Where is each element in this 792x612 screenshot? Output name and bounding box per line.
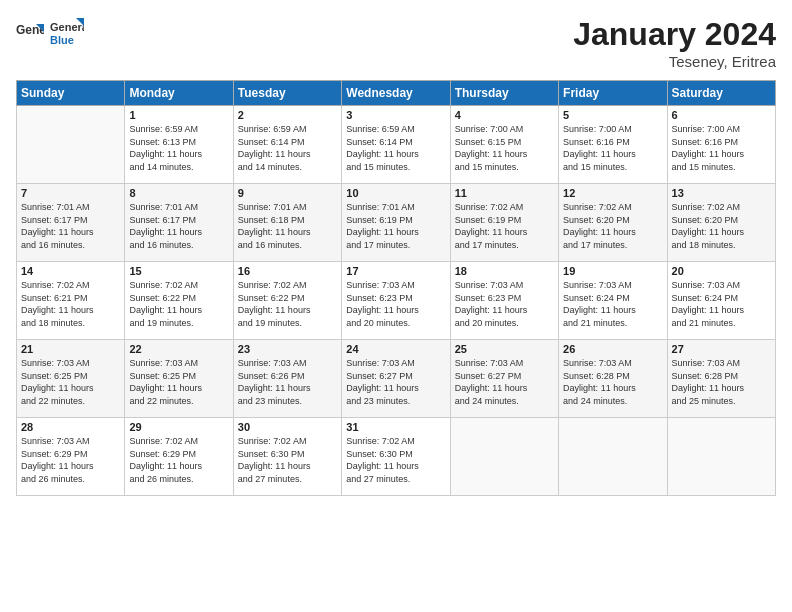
col-thursday: Thursday bbox=[450, 81, 558, 106]
calendar-title: January 2024 bbox=[573, 16, 776, 53]
col-sunday: Sunday bbox=[17, 81, 125, 106]
calendar-cell: 8Sunrise: 7:01 AMSunset: 6:17 PMDaylight… bbox=[125, 184, 233, 262]
calendar-cell: 5Sunrise: 7:00 AMSunset: 6:16 PMDaylight… bbox=[559, 106, 667, 184]
calendar-cell: 17Sunrise: 7:03 AMSunset: 6:23 PMDayligh… bbox=[342, 262, 450, 340]
day-info: Sunrise: 7:02 AMSunset: 6:30 PMDaylight:… bbox=[238, 435, 337, 485]
day-number: 17 bbox=[346, 265, 445, 277]
day-info: Sunrise: 7:03 AMSunset: 6:25 PMDaylight:… bbox=[129, 357, 228, 407]
day-info: Sunrise: 6:59 AMSunset: 6:14 PMDaylight:… bbox=[346, 123, 445, 173]
day-info: Sunrise: 7:00 AMSunset: 6:16 PMDaylight:… bbox=[563, 123, 662, 173]
day-number: 1 bbox=[129, 109, 228, 121]
calendar-cell: 24Sunrise: 7:03 AMSunset: 6:27 PMDayligh… bbox=[342, 340, 450, 418]
day-number: 28 bbox=[21, 421, 120, 433]
calendar-cell: 15Sunrise: 7:02 AMSunset: 6:22 PMDayligh… bbox=[125, 262, 233, 340]
calendar-cell: 25Sunrise: 7:03 AMSunset: 6:27 PMDayligh… bbox=[450, 340, 558, 418]
calendar-cell: 23Sunrise: 7:03 AMSunset: 6:26 PMDayligh… bbox=[233, 340, 341, 418]
day-number: 21 bbox=[21, 343, 120, 355]
calendar-location: Teseney, Eritrea bbox=[573, 53, 776, 70]
calendar-cell bbox=[667, 418, 775, 496]
day-info: Sunrise: 7:01 AMSunset: 6:19 PMDaylight:… bbox=[346, 201, 445, 251]
day-info: Sunrise: 7:03 AMSunset: 6:26 PMDaylight:… bbox=[238, 357, 337, 407]
logo: General General Blue bbox=[16, 16, 84, 52]
logo-icon: General bbox=[16, 20, 44, 48]
calendar-cell: 4Sunrise: 7:00 AMSunset: 6:15 PMDaylight… bbox=[450, 106, 558, 184]
title-block: January 2024 Teseney, Eritrea bbox=[573, 16, 776, 70]
day-info: Sunrise: 6:59 AMSunset: 6:13 PMDaylight:… bbox=[129, 123, 228, 173]
col-friday: Friday bbox=[559, 81, 667, 106]
day-info: Sunrise: 7:00 AMSunset: 6:15 PMDaylight:… bbox=[455, 123, 554, 173]
day-number: 15 bbox=[129, 265, 228, 277]
day-number: 29 bbox=[129, 421, 228, 433]
day-number: 26 bbox=[563, 343, 662, 355]
calendar-header-row: Sunday Monday Tuesday Wednesday Thursday… bbox=[17, 81, 776, 106]
calendar-week-row: 28Sunrise: 7:03 AMSunset: 6:29 PMDayligh… bbox=[17, 418, 776, 496]
calendar-week-row: 21Sunrise: 7:03 AMSunset: 6:25 PMDayligh… bbox=[17, 340, 776, 418]
calendar-cell: 29Sunrise: 7:02 AMSunset: 6:29 PMDayligh… bbox=[125, 418, 233, 496]
day-number: 19 bbox=[563, 265, 662, 277]
calendar-table: Sunday Monday Tuesday Wednesday Thursday… bbox=[16, 80, 776, 496]
calendar-cell: 3Sunrise: 6:59 AMSunset: 6:14 PMDaylight… bbox=[342, 106, 450, 184]
day-info: Sunrise: 7:02 AMSunset: 6:30 PMDaylight:… bbox=[346, 435, 445, 485]
general-blue-logo-icon: General Blue bbox=[48, 16, 84, 52]
svg-text:General: General bbox=[50, 21, 84, 33]
day-info: Sunrise: 7:00 AMSunset: 6:16 PMDaylight:… bbox=[672, 123, 771, 173]
calendar-cell bbox=[450, 418, 558, 496]
day-info: Sunrise: 7:03 AMSunset: 6:24 PMDaylight:… bbox=[563, 279, 662, 329]
day-info: Sunrise: 7:01 AMSunset: 6:17 PMDaylight:… bbox=[21, 201, 120, 251]
day-number: 14 bbox=[21, 265, 120, 277]
day-number: 5 bbox=[563, 109, 662, 121]
day-info: Sunrise: 7:03 AMSunset: 6:25 PMDaylight:… bbox=[21, 357, 120, 407]
day-info: Sunrise: 7:03 AMSunset: 6:28 PMDaylight:… bbox=[563, 357, 662, 407]
day-number: 25 bbox=[455, 343, 554, 355]
calendar-cell: 7Sunrise: 7:01 AMSunset: 6:17 PMDaylight… bbox=[17, 184, 125, 262]
calendar-cell: 14Sunrise: 7:02 AMSunset: 6:21 PMDayligh… bbox=[17, 262, 125, 340]
calendar-cell: 6Sunrise: 7:00 AMSunset: 6:16 PMDaylight… bbox=[667, 106, 775, 184]
calendar-cell: 28Sunrise: 7:03 AMSunset: 6:29 PMDayligh… bbox=[17, 418, 125, 496]
day-number: 6 bbox=[672, 109, 771, 121]
calendar-body: 1Sunrise: 6:59 AMSunset: 6:13 PMDaylight… bbox=[17, 106, 776, 496]
calendar-cell: 10Sunrise: 7:01 AMSunset: 6:19 PMDayligh… bbox=[342, 184, 450, 262]
day-info: Sunrise: 7:03 AMSunset: 6:24 PMDaylight:… bbox=[672, 279, 771, 329]
svg-text:Blue: Blue bbox=[50, 34, 74, 46]
day-number: 22 bbox=[129, 343, 228, 355]
calendar-cell: 18Sunrise: 7:03 AMSunset: 6:23 PMDayligh… bbox=[450, 262, 558, 340]
calendar-cell: 12Sunrise: 7:02 AMSunset: 6:20 PMDayligh… bbox=[559, 184, 667, 262]
day-number: 7 bbox=[21, 187, 120, 199]
calendar-cell: 27Sunrise: 7:03 AMSunset: 6:28 PMDayligh… bbox=[667, 340, 775, 418]
calendar-cell bbox=[17, 106, 125, 184]
calendar-cell: 11Sunrise: 7:02 AMSunset: 6:19 PMDayligh… bbox=[450, 184, 558, 262]
day-info: Sunrise: 7:02 AMSunset: 6:22 PMDaylight:… bbox=[238, 279, 337, 329]
day-info: Sunrise: 7:01 AMSunset: 6:17 PMDaylight:… bbox=[129, 201, 228, 251]
day-number: 16 bbox=[238, 265, 337, 277]
day-number: 27 bbox=[672, 343, 771, 355]
calendar-cell: 16Sunrise: 7:02 AMSunset: 6:22 PMDayligh… bbox=[233, 262, 341, 340]
calendar-week-row: 14Sunrise: 7:02 AMSunset: 6:21 PMDayligh… bbox=[17, 262, 776, 340]
day-number: 9 bbox=[238, 187, 337, 199]
day-info: Sunrise: 7:02 AMSunset: 6:20 PMDaylight:… bbox=[563, 201, 662, 251]
day-number: 24 bbox=[346, 343, 445, 355]
day-number: 4 bbox=[455, 109, 554, 121]
day-number: 23 bbox=[238, 343, 337, 355]
day-number: 10 bbox=[346, 187, 445, 199]
day-info: Sunrise: 7:03 AMSunset: 6:28 PMDaylight:… bbox=[672, 357, 771, 407]
page-container: General General Blue January 2024 Tesene… bbox=[0, 0, 792, 504]
calendar-cell: 22Sunrise: 7:03 AMSunset: 6:25 PMDayligh… bbox=[125, 340, 233, 418]
day-info: Sunrise: 7:03 AMSunset: 6:23 PMDaylight:… bbox=[455, 279, 554, 329]
calendar-cell: 19Sunrise: 7:03 AMSunset: 6:24 PMDayligh… bbox=[559, 262, 667, 340]
day-number: 11 bbox=[455, 187, 554, 199]
col-tuesday: Tuesday bbox=[233, 81, 341, 106]
day-info: Sunrise: 7:03 AMSunset: 6:29 PMDaylight:… bbox=[21, 435, 120, 485]
day-number: 8 bbox=[129, 187, 228, 199]
calendar-cell: 20Sunrise: 7:03 AMSunset: 6:24 PMDayligh… bbox=[667, 262, 775, 340]
calendar-cell: 9Sunrise: 7:01 AMSunset: 6:18 PMDaylight… bbox=[233, 184, 341, 262]
calendar-cell: 2Sunrise: 6:59 AMSunset: 6:14 PMDaylight… bbox=[233, 106, 341, 184]
day-number: 13 bbox=[672, 187, 771, 199]
calendar-week-row: 1Sunrise: 6:59 AMSunset: 6:13 PMDaylight… bbox=[17, 106, 776, 184]
day-number: 2 bbox=[238, 109, 337, 121]
day-info: Sunrise: 7:02 AMSunset: 6:22 PMDaylight:… bbox=[129, 279, 228, 329]
day-info: Sunrise: 7:02 AMSunset: 6:21 PMDaylight:… bbox=[21, 279, 120, 329]
col-saturday: Saturday bbox=[667, 81, 775, 106]
calendar-cell: 30Sunrise: 7:02 AMSunset: 6:30 PMDayligh… bbox=[233, 418, 341, 496]
day-number: 31 bbox=[346, 421, 445, 433]
calendar-cell: 1Sunrise: 6:59 AMSunset: 6:13 PMDaylight… bbox=[125, 106, 233, 184]
